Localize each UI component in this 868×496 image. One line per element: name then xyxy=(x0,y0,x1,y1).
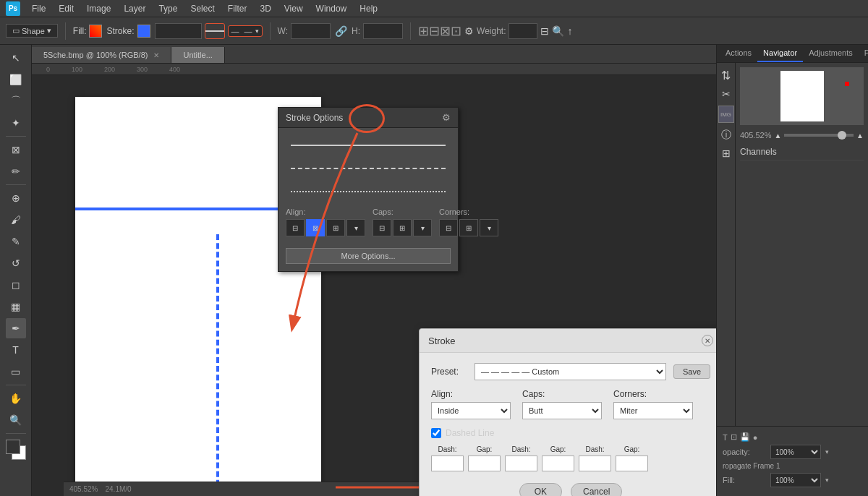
path-ops-icon[interactable]: ⊞⊟⊠⊡ xyxy=(418,23,461,39)
marquee-tool[interactable]: ⬜ xyxy=(6,69,26,90)
menu-layer[interactable]: Layer xyxy=(118,2,151,15)
height-input[interactable]: 3629 p xyxy=(363,23,403,39)
stroke-dialog-close-button[interactable]: ✕ xyxy=(702,335,713,346)
dashed-line-checkbox[interactable] xyxy=(431,428,441,438)
save-preset-button[interactable]: Save xyxy=(673,364,710,379)
menu-select[interactable]: Select xyxy=(184,2,220,15)
move-tool[interactable]: ↖ xyxy=(6,48,26,68)
zoom-slider[interactable] xyxy=(784,134,854,137)
search-icon[interactable]: 🔍 xyxy=(552,25,564,37)
corners-round-btn[interactable]: ⊞ xyxy=(459,219,478,236)
ok-button[interactable]: OK xyxy=(519,483,562,496)
crop-tool[interactable]: ⊠ xyxy=(6,140,26,160)
arrange-icon[interactable]: ⇅ xyxy=(721,69,731,82)
fill-prop-select[interactable]: 100% xyxy=(770,473,821,487)
dash2-input[interactable] xyxy=(505,456,537,471)
canvas-wrapper[interactable]: Stroke Options ⚙ xyxy=(32,75,716,496)
lasso-tool[interactable]: ⌒ xyxy=(6,91,26,111)
zoom-in-icon[interactable]: ▲ xyxy=(856,132,864,140)
tab-actions[interactable]: Actions xyxy=(720,45,757,62)
menu-image[interactable]: Image xyxy=(81,2,116,15)
dash3-input[interactable] xyxy=(579,456,611,471)
preset-select[interactable]: — — — — — Custom xyxy=(475,363,666,380)
menu-view[interactable]: View xyxy=(278,2,309,15)
tab-adjustments[interactable]: Adjustments xyxy=(803,45,859,62)
clone-stamp-tool[interactable]: ✎ xyxy=(6,231,26,252)
fill-swatch[interactable] xyxy=(89,25,102,38)
gradient-tool[interactable]: ▦ xyxy=(6,296,26,317)
history-brush-tool[interactable]: ↺ xyxy=(6,253,26,273)
export-icon[interactable]: ↑ xyxy=(567,25,572,37)
gap1-input[interactable]: 8 xyxy=(468,456,501,471)
solid-line-option[interactable] xyxy=(286,135,451,155)
align-dialog-label: Align: xyxy=(431,389,511,399)
dashed-line-option[interactable] xyxy=(286,158,451,179)
info-icon[interactable]: ⓘ xyxy=(721,129,731,142)
brush-tool[interactable]: 🖌 xyxy=(6,210,26,230)
dot-icon[interactable]: ● xyxy=(753,433,758,442)
foreground-color-swatch[interactable] xyxy=(6,440,20,454)
align-center-btn[interactable]: ⊠ xyxy=(306,219,325,236)
stroke-options-gear-icon[interactable]: ⚙ xyxy=(442,112,451,123)
close-tab-icon[interactable]: ✕ xyxy=(153,51,159,59)
save-doc-icon[interactable]: 💾 xyxy=(740,432,750,442)
pen-tool[interactable]: ✒ xyxy=(6,318,26,338)
tab-navigator[interactable]: Navigator xyxy=(757,45,803,62)
menu-3d[interactable]: 3D xyxy=(254,2,276,15)
scissors-icon[interactable]: ✂ xyxy=(722,88,731,100)
corners-dialog-select[interactable]: Miter Round Bevel xyxy=(613,402,693,419)
shape-tool[interactable]: ▭ xyxy=(6,362,26,382)
opacity-select[interactable]: 100% xyxy=(770,445,821,459)
text-resize-icon[interactable]: ⊡ xyxy=(731,432,737,442)
link-dimensions-icon[interactable]: 🔗 xyxy=(335,25,347,37)
tab-untitled[interactable]: Untitle... xyxy=(171,47,224,63)
align-group: Align: Inside Outside Center xyxy=(431,389,511,419)
width-input[interactable]: 3345 p xyxy=(291,23,331,39)
tab-5sche[interactable]: 5Sche.bmp @ 100% (RGB/8) ✕ xyxy=(32,47,171,63)
menu-filter[interactable]: Filter xyxy=(222,2,253,15)
stroke-style-dropdown[interactable] xyxy=(205,23,225,39)
caps-round-btn[interactable]: ⊞ xyxy=(393,219,412,236)
dash1-input[interactable]: 4 xyxy=(431,456,464,471)
menu-file[interactable]: File xyxy=(26,2,51,15)
stroke-width-input[interactable]: 4.68 px xyxy=(155,23,202,39)
align-outside-btn[interactable]: ⊞ xyxy=(326,219,345,236)
caps-dialog-select[interactable]: Butt Round Square xyxy=(522,402,602,419)
healing-brush-tool[interactable]: ⊕ xyxy=(6,188,26,208)
zoom-out-icon[interactable]: ▲ xyxy=(774,132,781,140)
text-tool[interactable]: T xyxy=(6,340,26,360)
gap2-input[interactable] xyxy=(542,456,574,471)
magic-wand-tool[interactable]: ✦ xyxy=(6,113,26,133)
layers-icon[interactable]: ⊞ xyxy=(722,147,731,159)
image-thumb-icon[interactable]: IMG xyxy=(718,106,734,123)
cancel-button[interactable]: Cancel xyxy=(571,483,622,496)
eyedropper-tool[interactable]: ✏ xyxy=(6,161,26,181)
zoom-tool[interactable]: 🔍 xyxy=(6,410,26,430)
caps-chevron[interactable]: ▾ xyxy=(413,219,432,236)
more-options-button[interactable]: More Options... xyxy=(286,248,451,264)
shape-select[interactable]: ▭ Shape ▾ xyxy=(6,24,58,38)
menu-window[interactable]: Window xyxy=(310,2,353,15)
corners-chevron[interactable]: ▾ xyxy=(480,219,498,236)
text-T-icon[interactable]: T xyxy=(723,433,728,442)
corners-miter-btn[interactable]: ⊟ xyxy=(439,219,458,236)
dotted-line-option[interactable] xyxy=(286,181,451,202)
menu-help[interactable]: Help xyxy=(354,2,383,15)
gap3-input[interactable] xyxy=(616,456,648,471)
align-dialog-select[interactable]: Inside Outside Center xyxy=(431,402,511,419)
menu-type[interactable]: Type xyxy=(153,2,183,15)
hand-tool[interactable]: ✋ xyxy=(6,388,26,409)
gear-icon[interactable]: ⚙ xyxy=(464,25,474,37)
weight-input[interactable]: 4 px xyxy=(509,23,537,39)
tab-properties[interactable]: Properties xyxy=(859,45,868,62)
align-inside-btn[interactable]: ⊟ xyxy=(286,219,305,236)
dash-type-selector[interactable]: — — ▾ xyxy=(228,25,263,37)
eraser-tool[interactable]: ◻ xyxy=(6,275,26,295)
stroke-swatch[interactable] xyxy=(137,25,150,38)
align-icon[interactable]: ⊟ xyxy=(540,25,549,37)
align-chevron[interactable]: ▾ xyxy=(346,219,365,236)
opacity-chevron[interactable]: ▾ xyxy=(825,448,829,456)
fill-chevron[interactable]: ▾ xyxy=(825,476,829,484)
menu-edit[interactable]: Edit xyxy=(53,2,80,15)
caps-butt-btn[interactable]: ⊟ xyxy=(373,219,391,236)
